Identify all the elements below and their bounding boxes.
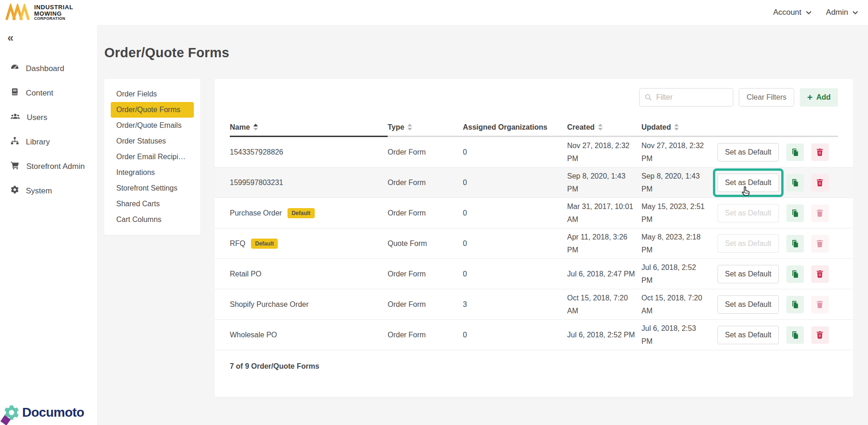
trash-icon	[815, 269, 824, 278]
documoto-wordmark: Documoto	[22, 405, 84, 420]
cell-updated: May 15, 2023, 2:51 PM	[641, 200, 712, 225]
table-footer-count: 7 of 9 Order/Quote Forms	[215, 350, 853, 383]
cell-actions: Set as Default	[712, 326, 838, 344]
delete-button	[811, 235, 829, 252]
set-as-default-button[interactable]: Set as Default	[718, 326, 779, 344]
sidebar-item-system[interactable]: System	[0, 179, 97, 203]
submenu-item-order-email-recipients[interactable]: Order Email Recipients	[111, 149, 194, 165]
system-gear-icon	[10, 185, 19, 197]
sort-icon	[253, 124, 258, 131]
add-button-label: Add	[816, 93, 831, 102]
order-quote-forms-card: Clear Filters + Add Name Type	[215, 79, 853, 397]
delete-button[interactable]	[811, 265, 829, 283]
cell-updated: Jul 6, 2018, 2:53 PM	[641, 322, 712, 347]
users-icon	[10, 112, 20, 123]
delete-button	[811, 204, 829, 222]
cell-name: Purchase Order Default	[230, 208, 388, 218]
documoto-logo: Documoto	[3, 404, 84, 421]
copy-button[interactable]	[786, 296, 804, 313]
copy-icon	[790, 330, 800, 340]
set-as-default-button: Set as Default	[718, 204, 779, 222]
sidebar-item-storefront-admin[interactable]: Storefront Admin	[0, 154, 97, 179]
cell-created: Nov 27, 2018, 2:32 PM	[567, 139, 641, 164]
cell-assigned-organizations: 0	[463, 270, 567, 278]
cell-updated: Sep 8, 2020, 1:43 PM	[641, 170, 712, 195]
copy-button[interactable]	[786, 204, 804, 222]
copy-icon	[790, 239, 800, 248]
column-header-updated[interactable]: Updated	[641, 114, 712, 137]
mowing-logo-icon	[6, 4, 30, 21]
submenu-item-order-quote-forms[interactable]: Order/Quote Forms	[111, 102, 194, 118]
sidebar-item-content[interactable]: Content	[0, 81, 97, 105]
cell-type: Quote Form	[388, 239, 463, 248]
chevron-down-icon	[852, 9, 859, 16]
cell-name: Retail PO	[230, 270, 388, 278]
cell-created: Mar 31, 2017, 10:01 AM	[567, 200, 641, 225]
table-row: Shopify Purchase Order Order Form 3 Oct …	[215, 289, 853, 320]
cell-actions: Set as Default	[712, 174, 838, 192]
cell-type: Order Form	[388, 148, 463, 156]
cell-actions: Set as Default	[712, 295, 838, 314]
trash-icon	[815, 209, 824, 217]
copy-icon	[790, 300, 800, 309]
table-row: Wholesale PO Order Form 0 Jul 6, 2018, 2…	[215, 320, 853, 350]
cell-updated: Nov 27, 2018, 2:32 PM	[641, 139, 712, 164]
column-header-name[interactable]: Name	[230, 114, 388, 137]
library-icon	[10, 136, 19, 148]
cell-name: Shopify Purchase Order	[230, 300, 388, 309]
filter-box[interactable]	[639, 88, 733, 107]
form-name: 1543357928826	[230, 148, 283, 156]
account-menu-label: Account	[773, 8, 801, 17]
copy-button[interactable]	[786, 235, 804, 252]
storefront-cart-icon	[10, 161, 20, 172]
default-badge: Default	[287, 208, 315, 218]
submenu-item-order-fields[interactable]: Order Fields	[111, 86, 194, 102]
set-as-default-button[interactable]: Set as Default	[718, 295, 779, 314]
set-as-default-button[interactable]: Set as Default	[718, 265, 779, 283]
cell-assigned-organizations: 0	[463, 209, 567, 217]
copy-button[interactable]	[786, 174, 804, 192]
set-as-default-button[interactable]: Set as Default	[718, 143, 779, 162]
column-header-type[interactable]: Type	[388, 114, 463, 137]
form-name: Retail PO	[230, 270, 261, 278]
submenu-item-storefront-settings[interactable]: Storefront Settings	[111, 180, 194, 196]
cell-updated: May 8, 2023, 2:18 PM	[641, 231, 712, 256]
cell-type: Order Form	[388, 331, 463, 339]
submenu-item-order-quote-emails[interactable]: Order/Quote Emails	[111, 118, 194, 133]
column-header-created[interactable]: Created	[567, 114, 641, 137]
cell-assigned-organizations: 0	[463, 331, 567, 339]
admin-menu[interactable]: Admin	[826, 8, 859, 17]
cell-created: Apr 11, 2018, 3:26 PM	[567, 231, 641, 256]
submenu-item-integrations[interactable]: Integrations	[111, 165, 194, 180]
delete-button[interactable]	[811, 144, 829, 161]
plus-icon: +	[807, 93, 813, 102]
dashboard-icon	[10, 63, 19, 74]
submenu-item-shared-carts[interactable]: Shared Carts	[111, 196, 194, 212]
column-header-assigned-organizations: Assigned Organizations	[463, 114, 567, 137]
table-toolbar: Clear Filters + Add	[215, 79, 853, 114]
cell-actions: Set as Default	[712, 265, 838, 283]
cell-created: Jul 6, 2018, 2:47 PM	[567, 268, 641, 280]
cell-name: Wholesale PO	[230, 331, 388, 339]
filter-input[interactable]	[656, 93, 721, 102]
sidebar-item-users[interactable]: Users	[0, 105, 97, 130]
sidebar-item-library[interactable]: Library	[0, 130, 97, 154]
copy-button[interactable]	[786, 326, 804, 344]
delete-button[interactable]	[811, 326, 829, 344]
delete-button[interactable]	[811, 174, 829, 192]
cell-type: Order Form	[388, 179, 463, 187]
copy-button[interactable]	[786, 144, 804, 161]
submenu-item-cart-columns[interactable]: Cart Columns	[111, 212, 194, 227]
add-button[interactable]: + Add	[800, 88, 838, 107]
copy-button[interactable]	[786, 265, 804, 283]
sidebar-collapse-icon[interactable]: «	[0, 25, 22, 44]
submenu-item-order-statuses[interactable]: Order Statuses	[111, 133, 194, 149]
table-row: Purchase Order Default Order Form 0 Mar …	[215, 198, 853, 228]
sort-icon	[407, 124, 412, 131]
trash-icon	[815, 239, 824, 248]
table-row: 1543357928826 Order Form 0 Nov 27, 2018,…	[215, 137, 853, 168]
trash-icon	[815, 300, 824, 309]
account-menu[interactable]: Account	[773, 8, 812, 17]
clear-filters-button[interactable]: Clear Filters	[739, 88, 794, 107]
sidebar-item-dashboard[interactable]: Dashboard	[0, 56, 97, 81]
